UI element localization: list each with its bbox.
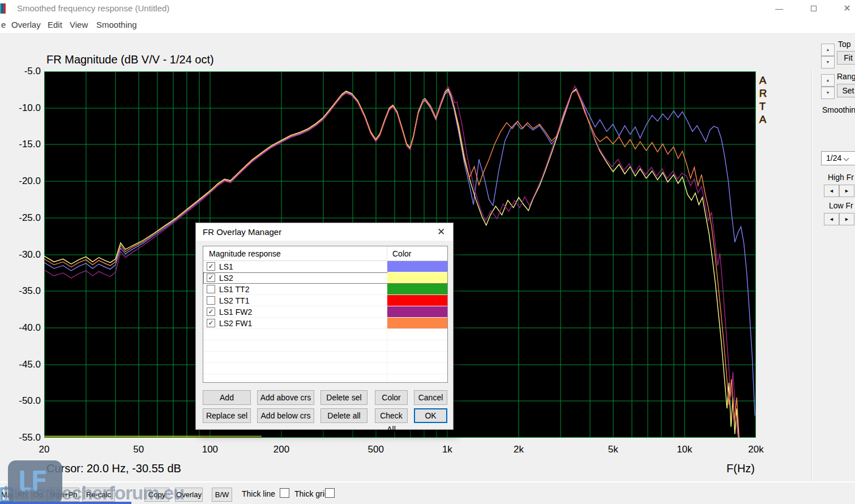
color-swatch[interactable] [387, 318, 448, 328]
fr-overlay-manager-dialog: FR Overlay Manager ✕ Magnitude response … [195, 223, 454, 430]
high-fr-label: High Fr [828, 173, 854, 182]
overlay-row-empty[interactable] [203, 340, 447, 352]
dialog-title-bar[interactable]: FR Overlay Manager ✕ [196, 223, 453, 241]
dialog-title: FR Overlay Manager [203, 227, 281, 237]
overlay-checkbox-ls2-tt1[interactable] [207, 296, 215, 305]
column-separator [387, 352, 387, 362]
color-swatch[interactable] [387, 272, 448, 283]
add-below-crs-button[interactable]: Add below crs [257, 408, 314, 423]
smoothing-label: Smoothing [822, 105, 855, 114]
overlay-row-empty[interactable] [203, 329, 447, 340]
low-fr-label: Low Fr [829, 201, 853, 210]
overlay-checkbox-ls2[interactable]: ✓ [207, 274, 215, 282]
fit-button[interactable]: Fit [837, 51, 855, 65]
add-above-crs-button[interactable]: Add above crs [257, 390, 314, 405]
high-fr-arrows: ◄ ► [824, 185, 855, 197]
title-bar: Smoothed frequency response (Untitled) —… [0, 0, 855, 17]
color-swatch[interactable] [387, 306, 448, 317]
high-fr-right-icon[interactable]: ► [839, 185, 854, 197]
column-magnitude-response: Magnitude response [209, 249, 281, 258]
overlay-row-ls2[interactable]: ✓LS2 [203, 272, 447, 284]
low-fr-left-icon[interactable]: ◄ [824, 213, 839, 225]
overlay-label: LS2 [219, 274, 233, 283]
menu-item-view[interactable]: View [70, 20, 88, 29]
ok-button[interactable]: OK [414, 408, 447, 423]
thick-grid-checkbox[interactable] [325, 488, 335, 498]
overlay-checkbox-ls1-tt2[interactable] [207, 285, 215, 293]
column-separator [387, 363, 387, 374]
cursor-readout: Cursor: 20.0 Hz, -30.55 dB [46, 462, 181, 475]
column-separator [387, 246, 387, 260]
replace-sel-button[interactable]: Replace sel [203, 408, 251, 423]
top-label: Top [838, 40, 851, 49]
delete-sel-button[interactable]: Delete sel [320, 390, 367, 405]
smoothing-dropdown[interactable]: 1/24 [821, 151, 855, 165]
dialog-close-icon[interactable]: ✕ [435, 226, 447, 238]
color-swatch[interactable] [387, 284, 448, 294]
y-tick--30: -30.0 [7, 249, 41, 260]
x-tick-100: 100 [193, 444, 227, 455]
overlay-label: LS2 FW1 [219, 319, 252, 328]
maximize-icon [811, 6, 816, 11]
y-tick--5: -5.0 [7, 66, 41, 77]
set-button[interactable]: Set [837, 84, 855, 97]
menu-item-smoothing[interactable]: Smoothing [96, 20, 137, 29]
color-swatch[interactable] [387, 261, 448, 272]
range-spin-up-icon[interactable]: ▲ [821, 74, 835, 87]
overlay-row-ls1[interactable]: ✓LS1 [203, 261, 447, 272]
bw-button[interactable]: B/W [212, 488, 232, 502]
arta-watermark: A R T A [759, 74, 767, 126]
overlay-label: LS1 FW2 [219, 307, 252, 317]
y-tick--45: -45.0 [7, 359, 41, 370]
overlay-row-empty[interactable] [203, 352, 447, 363]
x-tick-20: 20 [27, 444, 61, 455]
menu-item-edit[interactable]: Edit [48, 20, 62, 29]
overlay-label: LS1 TT2 [219, 285, 249, 294]
thick-line-label: Thick line [242, 489, 275, 498]
y-tick--20: -20.0 [7, 176, 41, 187]
top-spin-down-icon[interactable]: ▼ [821, 56, 835, 69]
column-color: Color [392, 249, 411, 258]
x-tick-2k: 2k [502, 444, 536, 455]
color-button[interactable]: Color [375, 390, 408, 405]
range-spinner: ▲ ▼ [821, 74, 835, 99]
x-axis-title: F(Hz) [726, 462, 755, 475]
check-all-button[interactable]: Check All [375, 408, 408, 423]
overlay-row-ls1-tt2[interactable]: LS1 TT2 [203, 284, 447, 295]
chevron-down-icon [844, 156, 849, 161]
overlay-checkbox-ls1[interactable]: ✓ [207, 262, 215, 271]
overlay-row-empty[interactable] [203, 363, 447, 374]
maximize-button[interactable] [801, 0, 827, 17]
high-fr-left-icon[interactable]: ◄ [824, 185, 839, 197]
column-separator [387, 329, 387, 340]
overlay-list[interactable]: Magnitude response Color ✓LS1✓LS2LS1 TT2… [203, 246, 448, 383]
cancel-button[interactable]: Cancel [414, 390, 447, 405]
y-tick--40: -40.0 [7, 322, 41, 334]
overlay-row-ls1-fw2[interactable]: ✓LS1 FW2 [203, 306, 447, 318]
close-button[interactable]: ✕ [834, 0, 855, 17]
overlay-checkbox-ls2-fw1[interactable]: ✓ [207, 319, 215, 327]
x-tick-50: 50 [122, 444, 156, 455]
app-icon [0, 3, 6, 14]
menu-item-e[interactable]: e [1, 20, 6, 29]
overlay-checkbox-ls1-fw2[interactable]: ✓ [207, 307, 215, 316]
low-fr-right-icon[interactable]: ► [839, 213, 854, 225]
range-spin-down-icon[interactable]: ▼ [821, 87, 835, 99]
minimize-button[interactable]: — [766, 0, 792, 17]
range-label: Range [837, 72, 855, 81]
overlay-row-empty[interactable] [203, 374, 447, 383]
thick-line-checkbox[interactable] [280, 488, 289, 498]
delete-all-button[interactable]: Delete all [320, 408, 367, 423]
overlay-label: LS2 TT1 [219, 296, 249, 305]
chart-title: FR Magnitude (dB V/V - 1/24 oct) [46, 53, 214, 66]
window-title: Smoothed frequency response (Untitled) [17, 3, 169, 13]
overlay-row-ls2-fw1[interactable]: ✓LS2 FW1 [203, 318, 447, 329]
add-button[interactable]: Add [203, 390, 251, 405]
color-swatch[interactable] [387, 295, 448, 306]
menu-item-overlay[interactable]: Overlay [11, 20, 41, 29]
column-separator [387, 340, 387, 351]
column-separator [387, 374, 387, 383]
overlay-row-ls2-tt1[interactable]: LS2 TT1 [203, 295, 447, 306]
top-spin-up-icon[interactable]: ▲ [821, 44, 835, 56]
x-tick-10k: 10k [668, 444, 702, 455]
